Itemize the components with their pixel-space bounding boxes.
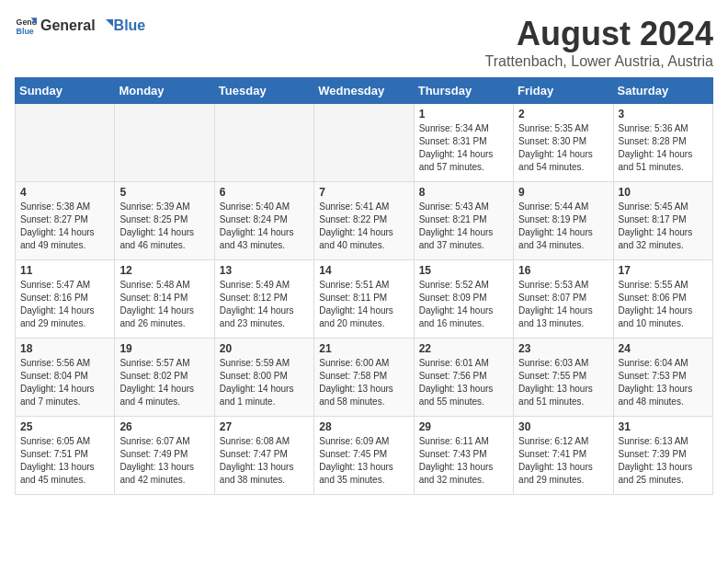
month-year: August 2024	[485, 15, 713, 53]
svg-marker-3	[106, 19, 113, 27]
week-row-1: 1Sunrise: 5:34 AM Sunset: 8:31 PM Daylig…	[16, 104, 713, 182]
logo: General Blue GeneralBlue	[15, 15, 145, 37]
weekday-thursday: Thursday	[414, 78, 513, 104]
day-info: Sunrise: 5:40 AM Sunset: 8:24 PM Dayligh…	[220, 201, 309, 252]
day-info: Sunrise: 5:35 AM Sunset: 8:30 PM Dayligh…	[518, 122, 608, 174]
day-number: 3	[619, 108, 708, 121]
day-info: Sunrise: 6:04 AM Sunset: 7:53 PM Dayligh…	[619, 357, 708, 408]
day-info: Sunrise: 5:41 AM Sunset: 8:22 PM Dayligh…	[319, 201, 408, 252]
day-info: Sunrise: 5:51 AM Sunset: 8:11 PM Dayligh…	[319, 279, 408, 330]
day-info: Sunrise: 5:55 AM Sunset: 8:06 PM Dayligh…	[619, 279, 708, 330]
calendar-cell: 1Sunrise: 5:34 AM Sunset: 8:31 PM Daylig…	[414, 104, 513, 182]
day-info: Sunrise: 5:49 AM Sunset: 8:12 PM Dayligh…	[220, 279, 309, 330]
calendar-cell: 7Sunrise: 5:41 AM Sunset: 8:22 PM Daylig…	[314, 182, 414, 260]
calendar-cell	[314, 104, 414, 182]
day-number: 31	[619, 420, 708, 433]
day-info: Sunrise: 5:34 AM Sunset: 8:31 PM Dayligh…	[419, 122, 508, 174]
logo-text: GeneralBlue	[40, 17, 145, 35]
weekday-sunday: Sunday	[16, 78, 115, 104]
day-number: 27	[220, 420, 309, 433]
weekday-saturday: Saturday	[613, 78, 712, 104]
calendar-cell: 9Sunrise: 5:44 AM Sunset: 8:19 PM Daylig…	[514, 182, 613, 260]
day-number: 21	[319, 342, 408, 355]
day-number: 29	[419, 420, 508, 433]
calendar-cell: 21Sunrise: 6:00 AM Sunset: 7:58 PM Dayli…	[314, 339, 414, 417]
day-number: 19	[119, 342, 209, 355]
day-info: Sunrise: 6:08 AM Sunset: 7:47 PM Dayligh…	[220, 435, 309, 487]
day-number: 8	[419, 186, 508, 199]
day-info: Sunrise: 6:13 AM Sunset: 7:39 PM Dayligh…	[619, 435, 708, 487]
day-info: Sunrise: 6:11 AM Sunset: 7:43 PM Dayligh…	[419, 435, 508, 487]
week-row-3: 11Sunrise: 5:47 AM Sunset: 8:16 PM Dayli…	[16, 260, 713, 339]
calendar-cell: 24Sunrise: 6:04 AM Sunset: 7:53 PM Dayli…	[613, 339, 712, 417]
weekday-wednesday: Wednesday	[314, 78, 414, 104]
calendar-cell: 5Sunrise: 5:39 AM Sunset: 8:25 PM Daylig…	[115, 182, 214, 260]
day-info: Sunrise: 5:39 AM Sunset: 8:25 PM Dayligh…	[119, 201, 209, 252]
calendar-cell: 13Sunrise: 5:49 AM Sunset: 8:12 PM Dayli…	[214, 260, 313, 339]
day-number: 24	[619, 342, 708, 355]
day-info: Sunrise: 6:07 AM Sunset: 7:49 PM Dayligh…	[119, 435, 209, 487]
calendar-cell: 2Sunrise: 5:35 AM Sunset: 8:30 PM Daylig…	[514, 104, 613, 182]
day-info: Sunrise: 6:12 AM Sunset: 7:41 PM Dayligh…	[518, 435, 608, 487]
day-number: 6	[220, 186, 309, 199]
calendar-cell: 29Sunrise: 6:11 AM Sunset: 7:43 PM Dayli…	[414, 417, 513, 495]
calendar-cell: 28Sunrise: 6:09 AM Sunset: 7:45 PM Dayli…	[314, 417, 414, 495]
day-number: 17	[619, 264, 708, 277]
day-info: Sunrise: 5:56 AM Sunset: 8:04 PM Dayligh…	[20, 357, 109, 408]
day-info: Sunrise: 6:01 AM Sunset: 7:56 PM Dayligh…	[419, 357, 508, 408]
calendar-cell: 27Sunrise: 6:08 AM Sunset: 7:47 PM Dayli…	[214, 417, 313, 495]
day-info: Sunrise: 5:57 AM Sunset: 8:02 PM Dayligh…	[119, 357, 209, 408]
day-number: 18	[20, 342, 109, 355]
day-info: Sunrise: 5:52 AM Sunset: 8:09 PM Dayligh…	[419, 279, 508, 330]
svg-text:Blue: Blue	[17, 27, 34, 36]
calendar-cell: 22Sunrise: 6:01 AM Sunset: 7:56 PM Dayli…	[414, 339, 513, 417]
day-number: 14	[319, 264, 408, 277]
day-info: Sunrise: 6:00 AM Sunset: 7:58 PM Dayligh…	[319, 357, 408, 408]
calendar-cell: 15Sunrise: 5:52 AM Sunset: 8:09 PM Dayli…	[414, 260, 513, 339]
calendar-cell: 16Sunrise: 5:53 AM Sunset: 8:07 PM Dayli…	[514, 260, 613, 339]
calendar-cell: 8Sunrise: 5:43 AM Sunset: 8:21 PM Daylig…	[414, 182, 513, 260]
day-info: Sunrise: 5:48 AM Sunset: 8:14 PM Dayligh…	[119, 279, 209, 330]
week-row-4: 18Sunrise: 5:56 AM Sunset: 8:04 PM Dayli…	[16, 339, 713, 417]
calendar-cell: 3Sunrise: 5:36 AM Sunset: 8:28 PM Daylig…	[613, 104, 712, 182]
calendar-cell: 26Sunrise: 6:07 AM Sunset: 7:49 PM Dayli…	[115, 417, 214, 495]
day-info: Sunrise: 5:45 AM Sunset: 8:17 PM Dayligh…	[619, 201, 708, 252]
calendar-cell	[214, 104, 313, 182]
day-info: Sunrise: 5:36 AM Sunset: 8:28 PM Dayligh…	[619, 122, 708, 174]
day-number: 30	[518, 420, 608, 433]
day-number: 20	[220, 342, 309, 355]
day-info: Sunrise: 5:59 AM Sunset: 8:00 PM Dayligh…	[220, 357, 309, 408]
day-number: 1	[419, 108, 508, 121]
day-number: 10	[619, 186, 708, 199]
calendar-body: 1Sunrise: 5:34 AM Sunset: 8:31 PM Daylig…	[16, 104, 713, 495]
day-info: Sunrise: 5:53 AM Sunset: 8:07 PM Dayligh…	[518, 279, 608, 330]
day-info: Sunrise: 5:47 AM Sunset: 8:16 PM Dayligh…	[20, 279, 109, 330]
weekday-monday: Monday	[115, 78, 214, 104]
day-number: 28	[319, 420, 408, 433]
calendar-cell: 17Sunrise: 5:55 AM Sunset: 8:06 PM Dayli…	[613, 260, 712, 339]
day-number: 15	[419, 264, 508, 277]
weekday-tuesday: Tuesday	[214, 78, 313, 104]
day-number: 7	[319, 186, 408, 199]
header: General Blue GeneralBlue August 2024 Tra…	[15, 15, 713, 70]
day-info: Sunrise: 5:38 AM Sunset: 8:27 PM Dayligh…	[20, 201, 109, 252]
day-number: 13	[220, 264, 309, 277]
day-number: 9	[518, 186, 608, 199]
title-section: August 2024 Trattenbach, Lower Austria, …	[485, 15, 713, 70]
week-row-2: 4Sunrise: 5:38 AM Sunset: 8:27 PM Daylig…	[16, 182, 713, 260]
calendar-cell: 10Sunrise: 5:45 AM Sunset: 8:17 PM Dayli…	[613, 182, 712, 260]
day-info: Sunrise: 6:03 AM Sunset: 7:55 PM Dayligh…	[518, 357, 608, 408]
week-row-5: 25Sunrise: 6:05 AM Sunset: 7:51 PM Dayli…	[16, 417, 713, 495]
day-number: 5	[119, 186, 209, 199]
day-number: 26	[119, 420, 209, 433]
weekday-header: SundayMondayTuesdayWednesdayThursdayFrid…	[16, 78, 713, 104]
day-number: 25	[20, 420, 109, 433]
calendar-cell: 12Sunrise: 5:48 AM Sunset: 8:14 PM Dayli…	[115, 260, 214, 339]
day-number: 23	[518, 342, 608, 355]
calendar-cell: 30Sunrise: 6:12 AM Sunset: 7:41 PM Dayli…	[514, 417, 613, 495]
calendar-cell: 18Sunrise: 5:56 AM Sunset: 8:04 PM Dayli…	[16, 339, 115, 417]
day-number: 16	[518, 264, 608, 277]
calendar-cell	[115, 104, 214, 182]
weekday-friday: Friday	[514, 78, 613, 104]
calendar-cell: 23Sunrise: 6:03 AM Sunset: 7:55 PM Dayli…	[514, 339, 613, 417]
